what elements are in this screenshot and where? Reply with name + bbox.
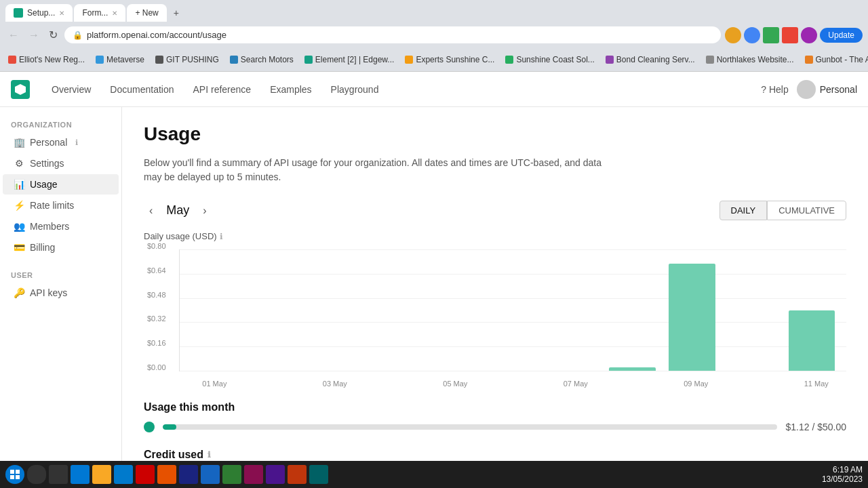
edge-icon[interactable] (71, 465, 90, 484)
taskbar-time-text: 6:19 AM (822, 465, 863, 474)
active-tab[interactable]: Setup... ✕ (5, 4, 73, 22)
next-month-btn[interactable]: › (197, 202, 212, 220)
bookmark-item[interactable]: GIT PUSHING (153, 54, 222, 66)
taskbar-date-text: 13/05/2023 (822, 474, 863, 484)
app-icon[interactable] (244, 465, 263, 484)
y-label: $0.00 (147, 363, 166, 371)
extension-icon[interactable] (763, 27, 779, 43)
sidebar-rate-limits-label: Rate limits (30, 200, 74, 211)
bookmarks-bar: Elliot's New Reg... Metaverse GIT PUSHIN… (0, 48, 868, 72)
extension-icon[interactable] (801, 27, 817, 43)
svg-rect-4 (16, 475, 20, 479)
credit-info-icon: ℹ (208, 450, 211, 460)
cumulative-toggle-btn[interactable]: CUMULATIVE (767, 201, 846, 220)
bookmark-item[interactable]: Search Motors (227, 54, 296, 66)
lightning-icon: ⚡ (14, 200, 24, 211)
user-menu-btn[interactable]: Personal (797, 80, 857, 99)
app-icon[interactable] (179, 465, 198, 484)
bookmark-item[interactable]: Northlakes Website... (703, 54, 797, 66)
tab-favicon (14, 8, 23, 18)
sidebar-item-usage[interactable]: 📊 Usage (3, 174, 119, 195)
key-icon: 🔑 (14, 287, 24, 298)
app-icon[interactable] (266, 465, 285, 484)
code-icon[interactable] (114, 465, 133, 484)
bookmark-label: Metaverse (106, 55, 144, 64)
sidebar-item-rate-limits[interactable]: ⚡ Rate limits (3, 195, 119, 216)
explorer-icon[interactable] (92, 465, 111, 484)
svg-rect-3 (10, 475, 14, 479)
svg-rect-1 (10, 470, 14, 474)
extension-icon[interactable] (744, 27, 760, 43)
bookmark-label: GIT PUSHING (166, 55, 219, 64)
sidebar-item-members[interactable]: 👥 Members (3, 216, 119, 237)
tab-label: + New (135, 8, 158, 18)
nav-playground[interactable]: Playground (323, 79, 387, 100)
org-section: ORGANIZATION 🏢 Personal ℹ ⚙ Settings 📊 U… (0, 118, 121, 258)
y-label: $0.16 (147, 339, 166, 347)
bookmark-item[interactable]: Gunbot - The Auto... (802, 54, 868, 66)
tab-close-btn[interactable]: ✕ (112, 9, 117, 17)
bookmark-favicon (230, 56, 238, 64)
app-icon[interactable] (309, 465, 328, 484)
back-btn[interactable]: ← (5, 26, 22, 44)
bar-group (663, 249, 722, 371)
reload-btn[interactable]: ↻ (46, 26, 60, 44)
app-icon[interactable] (288, 465, 307, 484)
sidebar-item-api-keys[interactable]: 🔑 API keys (3, 283, 119, 303)
bookmark-item[interactable]: Sunshine Coast Sol... (502, 54, 597, 66)
search-taskbar-btn[interactable] (27, 465, 46, 484)
taskbar: 6:19 AM 13/05/2023 (0, 461, 868, 488)
page-description: Below you'll find a summary of API usage… (144, 156, 618, 184)
bookmark-item[interactable]: Metaverse (93, 54, 147, 66)
sidebar-billing-label: Billing (30, 242, 55, 253)
daily-toggle-btn[interactable]: DAILY (719, 201, 768, 220)
nav-documentation[interactable]: Documentation (102, 79, 182, 100)
bookmark-favicon (805, 56, 813, 64)
extension-icon[interactable] (782, 27, 798, 43)
app-icon[interactable] (157, 465, 176, 484)
bookmark-item[interactable]: Elliot's New Reg... (5, 54, 87, 66)
people-icon: 👥 (14, 221, 24, 232)
tab-item[interactable]: Form... ✕ (74, 4, 125, 22)
help-icon: ? (761, 84, 766, 95)
start-btn[interactable] (5, 465, 24, 484)
address-input[interactable]: 🔒 platform.openai.com/account/usage (64, 26, 721, 43)
bookmark-favicon (405, 56, 413, 64)
bookmark-item[interactable]: Bond Cleaning Serv... (603, 54, 698, 66)
chart-wrapper: $0.80 $0.64 $0.48 $0.32 $0.16 $0.00 (144, 249, 846, 388)
chart-bar (609, 367, 656, 371)
month-label: May (166, 203, 189, 218)
app-icon[interactable] (201, 465, 220, 484)
tab-item[interactable]: + New (127, 4, 166, 22)
user-section: USER 🔑 API keys (0, 268, 121, 303)
nav-examples[interactable]: Examples (262, 79, 319, 100)
forward-btn[interactable]: → (26, 26, 42, 44)
extension-icon[interactable] (725, 27, 741, 43)
security-icon: 🔒 (73, 30, 83, 40)
help-btn[interactable]: ? Help (761, 84, 789, 95)
user-label: Personal (820, 84, 857, 95)
app-icon[interactable] (222, 465, 241, 484)
nav-links: Overview Documentation API reference Exa… (43, 79, 387, 100)
bar-group (185, 249, 243, 371)
update-browser-btn[interactable]: Update (820, 28, 863, 43)
nav-overview[interactable]: Overview (43, 79, 99, 100)
taskview-btn[interactable] (49, 465, 68, 484)
nav-api-reference[interactable]: API reference (185, 79, 260, 100)
bookmark-item[interactable]: Experts Sunshine C... (402, 54, 497, 66)
sidebar-item-settings[interactable]: ⚙ Settings (3, 153, 119, 174)
page-title: Usage (144, 123, 846, 145)
bookmark-item[interactable]: Element [2] | Edgew... (302, 54, 397, 66)
prev-month-btn[interactable]: ‹ (144, 202, 158, 220)
sidebar-item-personal[interactable]: 🏢 Personal ℹ (3, 132, 119, 152)
bar-group (245, 249, 303, 371)
sidebar-item-billing[interactable]: 💳 Billing (3, 237, 119, 258)
usage-progress-bar-bg (163, 424, 777, 430)
bar-group (544, 249, 602, 371)
bookmark-label: Bond Cleaning Serv... (616, 55, 695, 64)
new-tab-btn[interactable]: + (168, 5, 184, 21)
credit-used-label: Credit used (144, 449, 203, 461)
app-icon[interactable] (136, 465, 155, 484)
tab-close-btn[interactable]: ✕ (59, 9, 64, 17)
y-label: $0.80 (147, 242, 166, 250)
